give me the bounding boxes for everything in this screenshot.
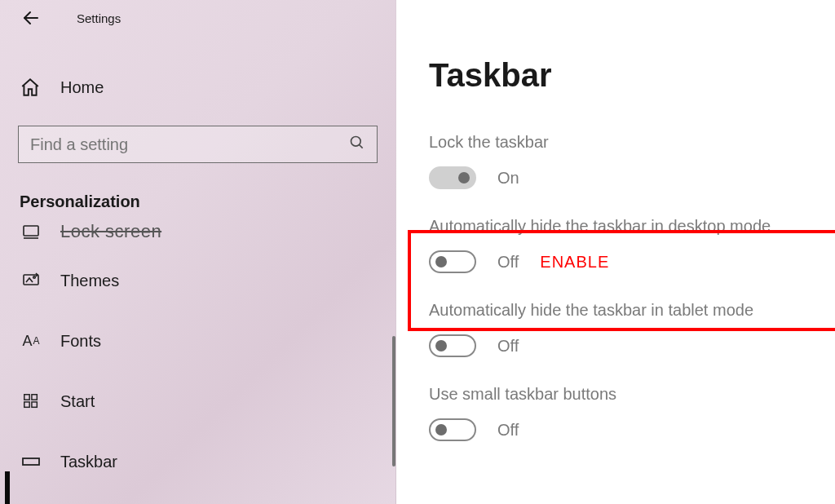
svg-rect-10	[32, 402, 37, 407]
home-label: Home	[60, 78, 104, 97]
setting-hide-tablet: Automatically hide the taskbar in tablet…	[429, 301, 835, 357]
svg-point-1	[351, 137, 361, 147]
toggle-knob	[435, 424, 447, 435]
fonts-icon: AA	[20, 329, 42, 352]
sidebar-item-fonts[interactable]: AA Fonts	[0, 311, 395, 371]
annotation-enable: ENABLE	[540, 253, 609, 272]
sidebar-item-start[interactable]: Start	[0, 371, 395, 431]
sidebar-item-lock-screen[interactable]: Lock screen	[0, 213, 395, 250]
search-container	[18, 126, 378, 163]
settings-window: Settings Home Personalization Lock sc	[0, 0, 835, 504]
active-indicator	[5, 471, 10, 504]
setting-label: Lock the taskbar	[429, 133, 835, 152]
toggle-lock-taskbar[interactable]	[429, 166, 476, 189]
toggle-row: Off	[429, 418, 835, 441]
svg-rect-8	[32, 395, 37, 400]
nav-list: Lock screen Themes AA Fonts Start	[0, 213, 395, 492]
svg-rect-11	[23, 458, 39, 465]
arrow-left-icon	[21, 8, 41, 28]
setting-label: Automatically hide the taskbar in deskto…	[429, 217, 835, 236]
svg-rect-3	[24, 226, 38, 236]
toggle-small-buttons[interactable]	[429, 418, 476, 441]
toggle-knob	[435, 340, 447, 351]
setting-hide-desktop: Automatically hide the taskbar in deskto…	[429, 217, 835, 273]
category-heading: Personalization	[0, 192, 395, 211]
home-icon	[20, 77, 41, 98]
svg-rect-7	[24, 395, 29, 400]
sidebar-item-themes[interactable]: Themes	[0, 250, 395, 311]
start-icon	[20, 390, 42, 413]
sidebar: Settings Home Personalization Lock sc	[0, 0, 396, 504]
sidebar-item-label: Lock screen	[60, 221, 161, 242]
toggle-state: Off	[497, 337, 519, 356]
content-pane: Taskbar Lock the taskbar On Automaticall…	[396, 0, 835, 504]
back-button[interactable]	[20, 7, 42, 29]
sidebar-item-taskbar[interactable]: Taskbar	[0, 431, 395, 492]
toggle-row: Off ENABLE	[429, 250, 835, 273]
toggle-state: Off	[497, 421, 519, 440]
toggle-hide-desktop[interactable]	[429, 250, 476, 273]
app-title: Settings	[77, 11, 121, 25]
page-title: Taskbar	[429, 57, 835, 94]
search-box[interactable]	[18, 126, 378, 163]
setting-label: Automatically hide the taskbar in tablet…	[429, 301, 835, 320]
toggle-state: On	[497, 169, 519, 188]
sidebar-scrollbar[interactable]	[392, 336, 395, 466]
svg-rect-9	[24, 402, 29, 407]
themes-icon	[20, 269, 42, 292]
sidebar-item-label: Themes	[60, 272, 119, 290]
title-bar: Settings	[0, 0, 395, 36]
svg-point-6	[33, 276, 36, 279]
sidebar-item-label: Start	[60, 392, 95, 411]
toggle-row: Off	[429, 334, 835, 357]
home-nav[interactable]: Home	[0, 77, 395, 98]
setting-lock-taskbar: Lock the taskbar On	[429, 133, 835, 189]
toggle-row: On	[429, 166, 835, 189]
search-icon	[349, 135, 365, 154]
search-input[interactable]	[30, 135, 315, 154]
toggle-knob	[435, 256, 447, 267]
lock-screen-icon	[20, 220, 42, 243]
sidebar-item-label: Fonts	[60, 332, 101, 351]
toggle-state: Off	[497, 253, 519, 272]
toggle-knob	[458, 172, 470, 183]
setting-small-buttons: Use small taskbar buttons Off	[429, 385, 835, 441]
taskbar-icon	[20, 450, 42, 473]
svg-line-2	[360, 145, 363, 148]
toggle-hide-tablet[interactable]	[429, 334, 476, 357]
sidebar-item-label: Taskbar	[60, 453, 117, 471]
setting-label: Use small taskbar buttons	[429, 385, 835, 404]
